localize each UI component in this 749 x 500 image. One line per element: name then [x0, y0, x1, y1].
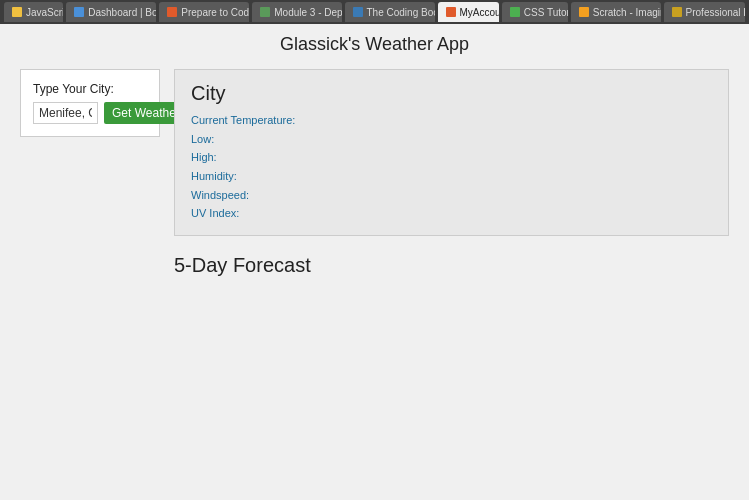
city-input[interactable]: [33, 102, 98, 124]
tab-dashboard[interactable]: Dashboard | Bootca...: [66, 2, 156, 22]
tab-favicon: [510, 7, 520, 17]
app-title: Glassick's Weather App: [20, 34, 729, 55]
tab-favicon: [167, 7, 177, 17]
tab-favicon: [12, 7, 22, 17]
tab-coding-bootcamp[interactable]: The Coding Bootca...: [345, 2, 435, 22]
tab-favicon: [672, 7, 682, 17]
tab-favicon: [446, 7, 456, 17]
tab-prepare[interactable]: Prepare to Code! Pr...: [159, 2, 249, 22]
city-input-label: Type Your City:: [33, 82, 147, 96]
tab-favicon: [74, 7, 84, 17]
tab-module3[interactable]: Module 3 - Deploy...: [252, 2, 341, 22]
left-panel: Type Your City: Get Weather: [20, 69, 160, 137]
tab-label: CSS Tutorial: [524, 7, 568, 18]
tab-css[interactable]: CSS Tutorial: [502, 2, 568, 22]
browser-tab-bar: JavaScript Dashboard | Bootca... Prepare…: [0, 0, 749, 24]
tab-label: Prepare to Code! Pr...: [181, 7, 249, 18]
tab-label: Scratch - Imagine,...: [593, 7, 661, 18]
tab-javascript[interactable]: JavaScript: [4, 2, 63, 22]
tab-label: Dashboard | Bootca...: [88, 7, 156, 18]
windspeed-label: Windspeed:: [191, 186, 712, 205]
uv-index-label: UV Index:: [191, 204, 712, 223]
page-content: Glassick's Weather App Type Your City: G…: [0, 24, 749, 500]
humidity-label: Humidity:: [191, 167, 712, 186]
current-temp-label: Current Temperature:: [191, 111, 712, 130]
tab-scratch[interactable]: Scratch - Imagine,...: [571, 2, 661, 22]
tab-label: The Coding Bootca...: [367, 7, 435, 18]
tab-favicon: [579, 7, 589, 17]
forecast-title: 5-Day Forecast: [174, 254, 729, 277]
weather-info: Current Temperature: Low: High: Humidity…: [191, 111, 712, 223]
forecast-section: 5-Day Forecast: [20, 254, 729, 277]
city-heading: City: [191, 82, 712, 105]
tab-myaccount[interactable]: MyAccount: [438, 2, 499, 22]
tab-label: MyAccount: [460, 7, 499, 18]
tab-favicon: [260, 7, 270, 17]
tab-label: JavaScript: [26, 7, 63, 18]
tab-label: Module 3 - Deploy...: [274, 7, 341, 18]
right-panel: City Current Temperature: Low: High: Hum…: [174, 69, 729, 236]
low-label: Low:: [191, 130, 712, 149]
tab-professional[interactable]: Professional Fo...: [664, 2, 745, 22]
city-input-row: Get Weather: [33, 102, 147, 124]
tab-favicon: [353, 7, 363, 17]
main-layout: Type Your City: Get Weather City Current…: [20, 69, 729, 236]
tab-label: Professional Fo...: [686, 7, 745, 18]
high-label: High:: [191, 148, 712, 167]
